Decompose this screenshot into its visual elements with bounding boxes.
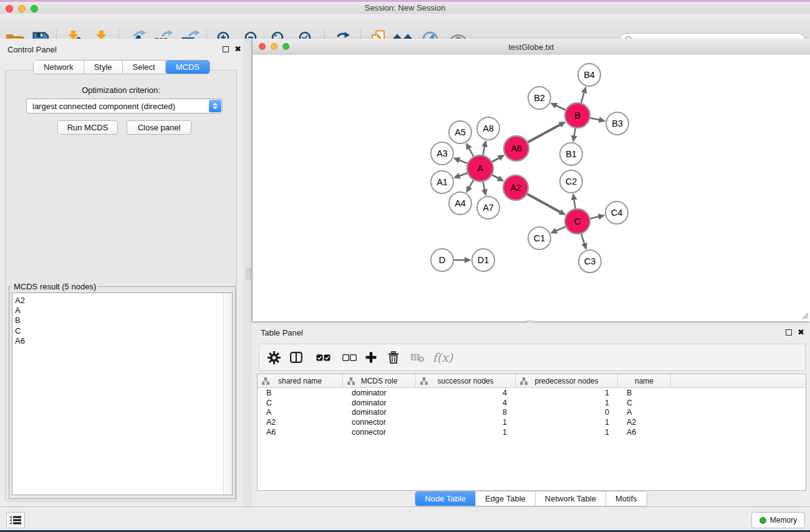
table-cell[interactable]: A6	[618, 428, 671, 437]
graph-edge-B-B1[interactable]	[574, 128, 575, 137]
graph-node-C3[interactable]: C3	[579, 250, 601, 273]
column-header-successor-nodes[interactable]: successor nodes	[416, 374, 516, 387]
graph-node-A1[interactable]: A1	[431, 171, 453, 193]
table-cell[interactable]: 1	[416, 418, 516, 427]
column-header-shared-name[interactable]: shared name	[258, 374, 343, 387]
graph-edge-A2-C[interactable]	[527, 194, 561, 213]
close-panel-button[interactable]: Close panel	[127, 120, 191, 135]
graph-edge-A-A1[interactable]	[458, 173, 467, 176]
graph-edge-A-A4[interactable]	[469, 180, 473, 188]
table-settings-button[interactable]	[266, 344, 282, 370]
control-panel-close-icon[interactable]: ✖	[234, 46, 241, 52]
network-canvas[interactable]: B4B2BB3A8A5A6B1A3AC2A1A2A4A7C4CC1DD1C3	[253, 55, 810, 321]
tab-edge-table[interactable]: Edge Table	[476, 491, 536, 506]
column-header-predecessor-nodes[interactable]: predecessor nodes	[516, 374, 618, 387]
select-all-button[interactable]	[314, 344, 332, 370]
result-item[interactable]: A	[12, 306, 232, 316]
resize-grip-icon[interactable]	[800, 311, 809, 319]
mcds-result-list[interactable]: A2ABCA6	[12, 293, 233, 495]
graph-edge-C-C1[interactable]	[556, 226, 566, 231]
table-cell[interactable]: A2	[618, 418, 671, 427]
graph-node-A4[interactable]: A4	[449, 192, 471, 215]
graph-edge-A-A5[interactable]	[469, 148, 474, 157]
table-cell[interactable]: 1	[516, 399, 618, 407]
table-cell[interactable]: 4	[416, 399, 516, 407]
graph-node-B1[interactable]: B1	[560, 143, 582, 165]
tab-network[interactable]: Network	[34, 60, 84, 74]
table-cell[interactable]: connector	[343, 428, 416, 437]
table-cell[interactable]: 1	[516, 389, 618, 397]
table-cell[interactable]: dominator	[343, 399, 416, 407]
table-cell[interactable]: dominator	[343, 389, 416, 397]
graph-edge-B-B3[interactable]	[591, 118, 600, 120]
tab-motifs[interactable]: Motifs	[606, 491, 647, 506]
function-builder-button[interactable]: f(x)	[432, 344, 454, 370]
delete-row-button[interactable]	[385, 344, 402, 370]
column-header-name[interactable]: name	[618, 374, 671, 387]
network-graph[interactable]: B4B2BB3A8A5A6B1A3AC2A1A2A4A7C4CC1DD1C3	[253, 55, 810, 321]
table-row[interactable]: A2connector11A2	[258, 417, 806, 427]
graph-node-C1[interactable]: C1	[528, 227, 551, 249]
graph-edge-A-A6[interactable]	[492, 157, 499, 162]
table-cell[interactable]: 1	[416, 428, 516, 437]
graph-edge-C-C4[interactable]	[590, 216, 599, 218]
table-cell[interactable]: 8	[416, 408, 516, 417]
graph-edge-B-B2[interactable]	[555, 105, 565, 110]
graph-node-A[interactable]: A	[467, 155, 493, 181]
graph-edge-C-C3[interactable]	[581, 234, 584, 244]
table-cell[interactable]: A6	[258, 428, 343, 437]
graph-node-D[interactable]: D	[431, 249, 453, 271]
graph-node-B3[interactable]: B3	[606, 112, 629, 135]
result-item[interactable]: C	[12, 326, 232, 336]
graph-edge-A-A8[interactable]	[483, 145, 485, 155]
deselect-all-button[interactable]	[340, 344, 358, 370]
graph-node-A5[interactable]: A5	[449, 121, 471, 143]
table-cell[interactable]: A	[618, 408, 671, 417]
graph-node-B2[interactable]: B2	[528, 87, 551, 109]
table-panel-close-icon[interactable]: ✖	[798, 329, 804, 336]
graph-node-C[interactable]: C	[565, 209, 590, 234]
table-cell[interactable]: A	[258, 408, 343, 417]
run-mcds-button[interactable]: Run MCDS	[57, 120, 118, 135]
tab-style[interactable]: Style	[84, 60, 123, 74]
table-cell[interactable]: 1	[516, 418, 618, 427]
table-cell[interactable]: dominator	[343, 408, 416, 417]
table-row[interactable]: Cdominator41C	[258, 398, 806, 408]
graph-edge-A-A3[interactable]	[458, 160, 467, 163]
graph-node-C2[interactable]: C2	[560, 170, 582, 193]
table-cell[interactable]: A2	[258, 418, 343, 427]
table-cell[interactable]: C	[618, 399, 671, 407]
node-table[interactable]: shared nameMCDS rolesuccessor nodesprede…	[257, 374, 806, 491]
graph-node-A6[interactable]: A6	[504, 136, 529, 161]
graph-node-A3[interactable]: A3	[431, 142, 453, 165]
tab-mcds[interactable]: MCDS	[166, 60, 210, 74]
table-row[interactable]: Bdominator41B	[258, 388, 806, 398]
table-row[interactable]: A6connector11A6	[258, 427, 806, 437]
result-scrollbar[interactable]	[223, 293, 232, 495]
graph-node-D1[interactable]: D1	[472, 249, 494, 271]
show-panels-button[interactable]	[6, 512, 25, 528]
graph-node-B[interactable]: B	[565, 103, 590, 128]
result-item[interactable]: A2	[12, 293, 232, 306]
vertical-splitter-handle[interactable]	[246, 269, 251, 279]
column-header-mcds-role[interactable]: MCDS role	[343, 374, 416, 387]
show-columns-button[interactable]	[288, 344, 304, 370]
graph-node-B4[interactable]: B4	[578, 64, 600, 86]
table-cell[interactable]: C	[258, 399, 343, 407]
tab-select[interactable]: Select	[123, 60, 166, 74]
add-row-button[interactable]	[363, 344, 379, 370]
table-cell[interactable]: connector	[343, 418, 416, 427]
table-cell[interactable]: 1	[516, 428, 618, 437]
tab-network-table[interactable]: Network Table	[536, 491, 606, 506]
graph-node-A8[interactable]: A8	[477, 117, 499, 140]
result-item[interactable]: B	[12, 316, 232, 326]
graph-edge-A-A2[interactable]	[492, 175, 499, 179]
graph-edge-A6-B[interactable]	[528, 124, 561, 142]
graph-edge-A-A7[interactable]	[483, 182, 485, 191]
table-cell[interactable]: B	[618, 389, 671, 397]
table-panel-float-icon[interactable]	[786, 329, 792, 336]
delete-table-button[interactable]	[408, 344, 427, 370]
graph-node-A2[interactable]: A2	[503, 175, 528, 200]
tab-node-table[interactable]: Node Table	[415, 491, 476, 506]
table-row[interactable]: Adominator80A	[258, 408, 806, 418]
